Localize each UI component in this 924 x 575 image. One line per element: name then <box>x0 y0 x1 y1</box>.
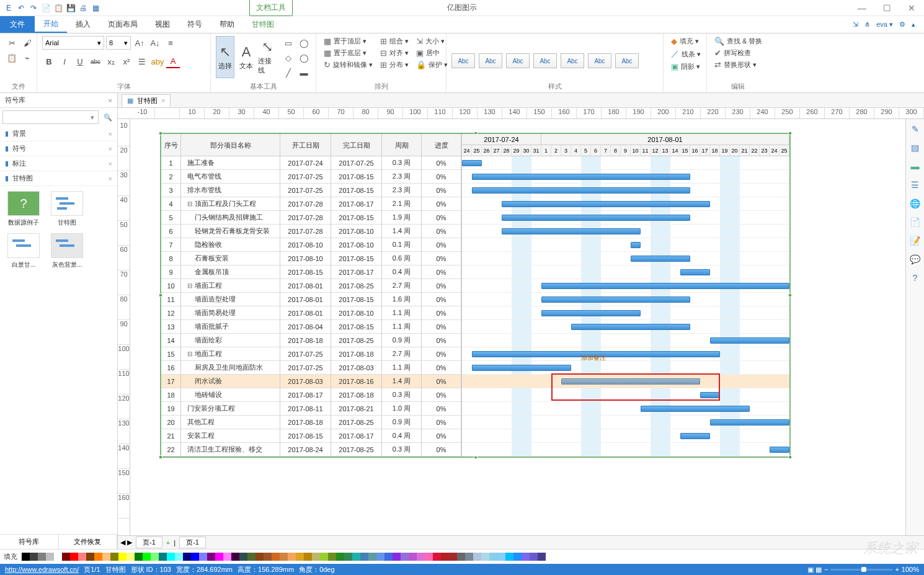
protect-menu[interactable]: 🔒保护 ▾ <box>414 60 450 70</box>
style-swatch[interactable]: Abc <box>451 53 475 68</box>
clipboard-icon[interactable]: 📋 <box>53 3 63 13</box>
style-swatch[interactable]: Abc <box>561 53 584 68</box>
gantt-row[interactable]: 18地砖铺设2017-08-172017-08-180.3 周0% <box>161 388 461 402</box>
format-painter-icon[interactable]: 🖌 <box>20 36 34 50</box>
gantt-row[interactable]: 11墙面造型处理2017-08-012017-08-151.6 周0% <box>161 293 461 306</box>
save-icon[interactable]: 💾 <box>66 3 76 13</box>
tool-layers-icon[interactable]: ☰ <box>909 179 922 191</box>
subscript-button[interactable]: x₂ <box>104 55 118 68</box>
color-swatch[interactable] <box>46 553 54 561</box>
category-gantt[interactable]: ▮甘特图× <box>0 171 117 186</box>
style-swatch[interactable]: Abc <box>506 53 530 68</box>
gantt-row[interactable]: 14墙面绘彩2017-08-182017-08-250.9 周0% <box>161 334 461 347</box>
color-swatch[interactable] <box>312 553 320 561</box>
color-swatch[interactable] <box>489 553 497 561</box>
zoom-control[interactable]: ▣ ▦ −+ 100% <box>807 566 919 574</box>
gantt-row[interactable]: 2电气布管线2017-07-252017-08-152.3 周0% <box>161 170 461 184</box>
color-swatch[interactable] <box>401 553 409 561</box>
color-swatch[interactable] <box>70 553 78 561</box>
color-swatch[interactable] <box>473 553 481 561</box>
gantt-bar[interactable] <box>770 447 789 453</box>
color-swatch[interactable] <box>481 553 489 561</box>
size-menu[interactable]: ⇲大小 ▾ <box>414 36 450 47</box>
distribute-menu[interactable]: ⊞分布 ▾ <box>378 60 411 70</box>
status-url[interactable]: http://www.edrawsoft.cn/ <box>5 566 79 573</box>
canvas[interactable]: 序号部分项目名称开工日期完工日期周期进度1施工准备2017-07-242017-… <box>130 119 905 535</box>
send-back-menu[interactable]: ▦置于底层 ▾ <box>321 48 375 58</box>
page-nav[interactable]: ◀ ▶ <box>120 538 132 546</box>
thumb-white-gantt[interactable]: 白景甘... <box>5 233 42 269</box>
gantt-shape[interactable]: 序号部分项目名称开工日期完工日期周期进度1施工准备2017-07-242017-… <box>160 133 791 458</box>
tab-symbol-lib[interactable]: 符号库 <box>0 535 59 549</box>
tab-home[interactable]: 开始 <box>35 16 67 33</box>
gantt-bar[interactable] <box>571 324 690 330</box>
color-swatch[interactable] <box>288 553 296 561</box>
color-swatch[interactable] <box>393 553 401 561</box>
font-name-select[interactable]: Arial▾ <box>42 36 104 50</box>
tool-note-icon[interactable]: 📝 <box>909 234 922 247</box>
color-swatch[interactable] <box>449 553 457 561</box>
center-menu[interactable]: ▣居中 <box>414 48 450 58</box>
color-swatch[interactable] <box>417 553 425 561</box>
color-swatch[interactable] <box>247 553 255 561</box>
page-tab-dup[interactable]: 页-1 <box>179 537 206 548</box>
bold-button[interactable]: B <box>42 55 56 68</box>
tab-layout[interactable]: 页面布局 <box>99 16 146 33</box>
style-swatch[interactable]: Abc <box>615 53 639 68</box>
color-swatch[interactable] <box>94 553 102 561</box>
close-button[interactable]: ✕ <box>899 0 924 16</box>
share-icon[interactable]: ⋔ <box>864 20 870 29</box>
gantt-row[interactable]: 5门头钢结构及招牌施工2017-07-282017-08-151.9 周0% <box>161 211 461 225</box>
gantt-row[interactable]: 9金属板吊顶2017-08-152017-08-170.4 周0% <box>161 265 461 279</box>
bullets-icon[interactable]: ☰ <box>135 55 149 68</box>
category-background[interactable]: ▮背景× <box>0 127 117 141</box>
undo-icon[interactable]: ↶ <box>16 3 26 13</box>
redo-icon[interactable]: ↷ <box>29 3 38 13</box>
thumb-datasource[interactable]: ?数据源例子 <box>5 191 42 227</box>
color-swatch[interactable] <box>151 553 159 561</box>
color-swatch[interactable] <box>239 553 247 561</box>
tool-edit-icon[interactable]: ▤ <box>909 141 922 154</box>
color-swatch[interactable] <box>513 553 522 561</box>
color-swatch[interactable] <box>320 553 328 561</box>
color-swatch[interactable] <box>296 553 304 561</box>
shrink-font-icon[interactable]: A↓ <box>148 36 162 50</box>
color-swatch[interactable] <box>167 553 175 561</box>
shape-rect-icon[interactable]: ▭ <box>282 36 295 50</box>
spellcheck-menu[interactable]: ✔拼写检查 <box>712 48 765 58</box>
color-swatch[interactable] <box>304 553 312 561</box>
color-swatch[interactable] <box>441 553 449 561</box>
select-tool-button[interactable]: ↖选择 <box>216 36 234 78</box>
color-swatch[interactable] <box>127 553 135 561</box>
italic-button[interactable]: I <box>58 55 71 68</box>
gantt-row[interactable]: 16厨房及卫生间地面防水2017-07-252017-08-031.1 周0% <box>161 361 461 375</box>
new-icon[interactable]: 📄 <box>41 3 51 13</box>
user-menu[interactable]: eva ▾ <box>876 20 893 29</box>
shape-line-icon[interactable]: ╱ <box>282 66 295 79</box>
gantt-row[interactable]: 10⊟墙面工程2017-08-012017-08-252.7 周0% <box>161 279 461 293</box>
color-swatch[interactable] <box>272 553 280 561</box>
document-tab[interactable]: ▦甘特图× <box>122 94 171 107</box>
tab-view[interactable]: 视图 <box>146 16 179 33</box>
grow-font-icon[interactable]: A↑ <box>133 36 146 50</box>
gantt-bar[interactable] <box>502 215 690 221</box>
gantt-bar[interactable] <box>502 228 641 234</box>
gantt-row[interactable]: 3排水布管线2017-07-252017-08-152.3 周0% <box>161 184 461 197</box>
find-replace-menu[interactable]: 🔍查找 & 替换 <box>712 36 765 47</box>
gantt-row[interactable]: 21安装工程2017-08-152017-08-170.4 周0% <box>161 429 461 443</box>
underline-button[interactable]: U <box>73 55 87 68</box>
color-swatch[interactable] <box>215 553 223 561</box>
print-icon[interactable]: 🖨 <box>78 3 88 13</box>
color-swatch[interactable] <box>522 553 530 561</box>
gantt-bar[interactable] <box>710 337 789 344</box>
gantt-bar[interactable] <box>631 256 690 262</box>
shape-bar-icon[interactable]: ▬ <box>297 66 311 79</box>
category-callouts[interactable]: ▮标注× <box>0 156 117 171</box>
gantt-row[interactable]: 17闭水试验2017-08-032017-08-161.4 周0% <box>161 375 461 388</box>
gantt-bar[interactable] <box>680 433 710 439</box>
gantt-bar[interactable] <box>541 283 789 289</box>
gantt-row[interactable]: 1施工准备2017-07-242017-07-250.3 周0% <box>161 156 461 170</box>
style-swatch[interactable]: Abc <box>588 53 611 68</box>
connector-tool-button[interactable]: ⤡连接线 <box>258 36 277 78</box>
color-swatch[interactable] <box>336 553 344 561</box>
